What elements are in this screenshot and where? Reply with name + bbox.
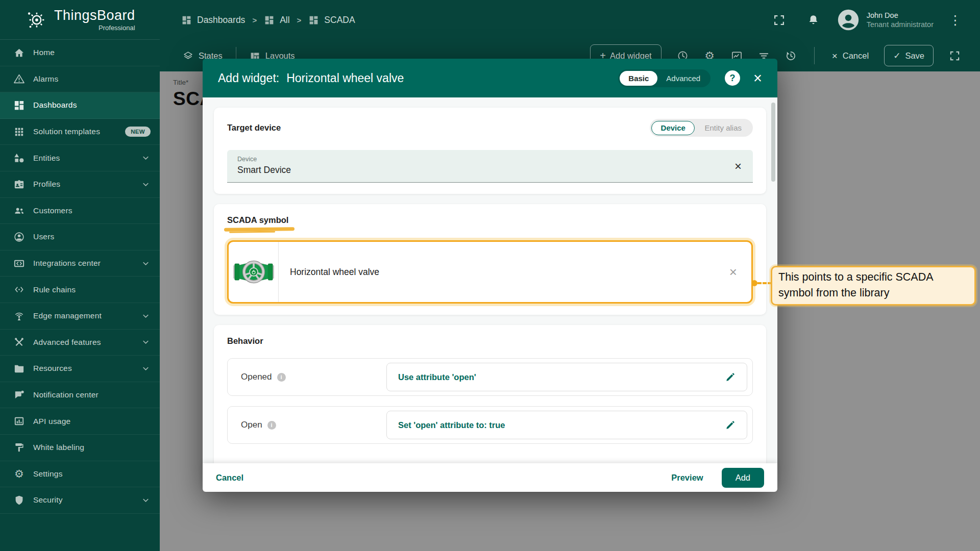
user-info: John Doe Tenant administrator — [867, 11, 934, 29]
sidebar-item-solution-templates[interactable]: Solution templates NEW — [0, 119, 160, 145]
sidebar-item-label: API usage — [33, 417, 70, 426]
sidebar-item-label: Dashboards — [33, 101, 77, 110]
sidebar-item-label: Integrations center — [33, 259, 101, 268]
add-widget-dialog: Add widget:Horizontal wheel valve Basic … — [203, 59, 777, 492]
chevron-down-icon — [141, 180, 151, 189]
sidebar-item-entities[interactable]: Entities — [0, 145, 160, 171]
valve-symbol-image — [233, 254, 274, 290]
behavior-value-box[interactable]: Use attribute 'open' — [386, 363, 747, 391]
sidebar-item-advanced-features[interactable]: Advanced features — [0, 330, 160, 356]
sidebar-item-label: Users — [33, 232, 54, 241]
sidebar-item-notification-center[interactable]: Notification center — [0, 382, 160, 409]
sidebar-item-label: Advanced features — [33, 338, 101, 347]
toggle-entity-alias[interactable]: Entity alias — [695, 120, 751, 135]
user-name: John Doe — [867, 11, 934, 20]
fullscreen-icon[interactable] — [773, 14, 786, 27]
modal-scrollbar[interactable] — [771, 103, 775, 182]
toggle-advanced[interactable]: Advanced — [657, 71, 709, 86]
edit-pencil-icon[interactable] — [725, 372, 736, 383]
add-button[interactable]: Add — [722, 468, 764, 488]
sidebar-item-alarms[interactable]: Alarms — [0, 66, 160, 93]
apps-grid-icon — [13, 126, 25, 138]
dashboard-cancel-button[interactable]: × Cancel — [832, 51, 869, 61]
info-icon[interactable]: i — [277, 373, 286, 382]
chevron-down-icon — [141, 311, 151, 321]
target-device-card: Target device Device Entity alias Device… — [214, 108, 766, 194]
home-icon — [13, 47, 25, 59]
behavior-value: Set 'open' attribute to: true — [398, 420, 505, 430]
paint-icon — [13, 442, 25, 454]
behavior-card: Behavior Opened i Use attribute 'open' O… — [214, 325, 766, 463]
sidebar-item-users[interactable]: Users — [0, 224, 160, 251]
toggle-basic[interactable]: Basic — [620, 71, 657, 86]
sidebar-item-settings[interactable]: ⚙ Settings — [0, 461, 160, 488]
dashboard-group-icon — [264, 15, 275, 26]
device-clear-icon[interactable]: × — [734, 160, 742, 172]
sidebar-item-label: Settings — [33, 469, 63, 479]
sidebar-item-profiles[interactable]: Profiles — [0, 171, 160, 198]
thingsboard-logo-icon — [24, 8, 48, 32]
version-history-icon[interactable] — [785, 50, 797, 62]
users-icon — [13, 231, 25, 243]
scada-symbol-clear-icon[interactable]: × — [729, 265, 737, 279]
sidebar-item-home[interactable]: Home — [0, 40, 160, 66]
dashboard-save-button[interactable]: ✓ Save — [884, 45, 934, 66]
sidebar-item-security[interactable]: Security — [0, 487, 160, 514]
help-icon[interactable]: ? — [725, 70, 740, 86]
sidebar-item-label: White labeling — [33, 443, 84, 452]
breadcrumb-scada[interactable]: SCADA — [308, 15, 355, 26]
dialog-title: Horizontal wheel valve — [286, 71, 404, 85]
sidebar-item-label: Customers — [33, 206, 72, 215]
breadcrumb-dashboards[interactable]: Dashboards — [181, 15, 245, 26]
customers-icon — [13, 205, 25, 216]
layers-icon — [183, 51, 193, 61]
device-field-value: Smart Device — [237, 165, 743, 176]
sidebar-item-customers[interactable]: Customers — [0, 198, 160, 224]
behavior-row-opened: Opened i Use attribute 'open' — [227, 358, 753, 396]
device-field-label: Device — [237, 156, 743, 163]
dialog-title-prefix: Add widget: — [218, 71, 279, 85]
sidebar-item-edge-management[interactable]: Edge management — [0, 303, 160, 330]
toolbar-fullscreen-icon[interactable] — [949, 50, 961, 62]
preview-button[interactable]: Preview — [671, 473, 703, 483]
api-usage-icon — [13, 415, 25, 427]
breadcrumb-all[interactable]: All — [264, 15, 289, 26]
info-icon[interactable]: i — [267, 421, 276, 430]
breadcrumb-label: All — [280, 15, 289, 26]
logo-title: ThingsBoard — [54, 9, 135, 22]
close-icon: × — [832, 51, 838, 61]
sidebar-item-dashboards[interactable]: Dashboards — [0, 92, 160, 119]
behavior-value-box[interactable]: Set 'open' attribute to: true — [386, 411, 747, 439]
user-role: Tenant administrator — [867, 20, 934, 29]
sidebar-item-label: Notification center — [33, 390, 99, 399]
logo[interactable]: ThingsBoard Professional — [0, 0, 160, 40]
annotation-tooltip: This points to a specific SCADA symbol f… — [771, 266, 976, 306]
edit-pencil-icon[interactable] — [725, 420, 736, 431]
device-field[interactable]: Device Smart Device × — [227, 150, 753, 183]
sidebar-item-rule-chains[interactable]: Rule chains — [0, 277, 160, 303]
sidebar-item-api-usage[interactable]: API usage — [0, 408, 160, 435]
annotation-underline — [224, 227, 295, 232]
notifications-bell-icon[interactable] — [807, 14, 820, 27]
toggle-device[interactable]: Device — [651, 121, 695, 135]
behavior-label: Open — [241, 420, 262, 430]
sidebar-item-label: Resources — [33, 364, 72, 373]
scada-symbol-card: SCADA symbol — [214, 204, 766, 315]
basic-advanced-toggle: Basic Advanced — [618, 69, 710, 87]
edge-antenna-icon — [13, 310, 25, 322]
behavior-row-open: Open i Set 'open' attribute to: true — [227, 406, 753, 444]
tools-icon — [13, 336, 25, 348]
sidebar-item-label: Profiles — [33, 180, 60, 189]
avatar[interactable] — [837, 9, 860, 31]
sidebar-item-integrations-center[interactable]: Integrations center — [0, 251, 160, 277]
cancel-button[interactable]: Cancel — [216, 473, 243, 483]
alarm-icon — [13, 73, 25, 85]
behavior-heading: Behavior — [227, 336, 753, 346]
sidebar-item-white-labeling[interactable]: White labeling — [0, 435, 160, 461]
kebab-menu-icon[interactable]: ⋮ — [949, 14, 962, 27]
sidebar-item-label: Solution templates — [33, 127, 100, 136]
sidebar-item-label: Alarms — [33, 74, 58, 84]
toolbar-divider — [814, 47, 815, 64]
dialog-close-icon[interactable]: × — [753, 71, 762, 86]
sidebar-item-resources[interactable]: Resources — [0, 356, 160, 382]
